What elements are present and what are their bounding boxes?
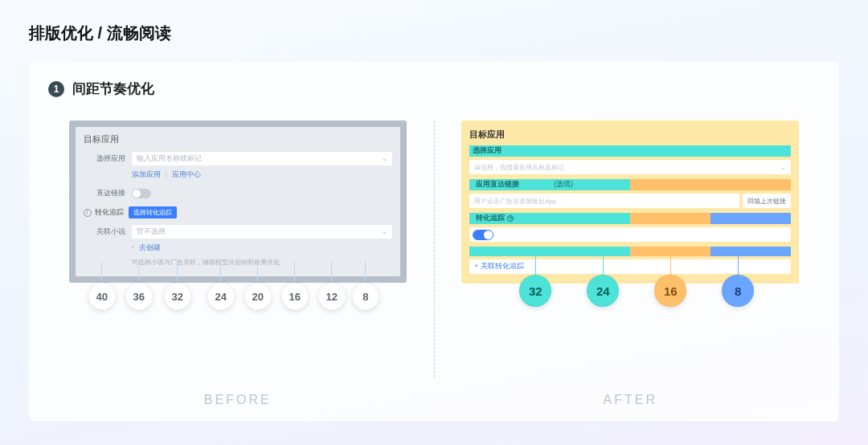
section-header: 1 间距节奏优化 bbox=[48, 80, 820, 98]
spacing-value: 16 bbox=[281, 283, 309, 310]
direct-link-label: 应用直达链接 bbox=[473, 180, 549, 190]
track-toggle[interactable] bbox=[473, 230, 493, 240]
select-app-label: 选择应用 bbox=[84, 153, 125, 164]
after-card-title: 目标应用 bbox=[469, 129, 791, 141]
chevron-down-icon: ⌄ bbox=[382, 228, 387, 235]
select-app-input[interactable]: 输入应用名称或标记 ⌄ bbox=[132, 152, 392, 165]
spacing-value: 32 bbox=[164, 283, 191, 310]
before-card-title: 目标应用 bbox=[84, 133, 392, 145]
add-app-link[interactable]: 添加应用 bbox=[132, 170, 161, 180]
spacing-value: 8 bbox=[352, 283, 379, 310]
spacing-value: 12 bbox=[318, 283, 346, 310]
direct-link-label: 直达链接 bbox=[84, 188, 125, 198]
select-app-input[interactable]: 请选择，或搜索应用名称及标记 ⌄ bbox=[469, 160, 791, 174]
after-panel: 目标应用 选择应用 请选择，或搜索应用名称及标记 ⌄ 应用直达链接(选填) bbox=[461, 120, 799, 284]
page-title: 排版优化 / 流畅阅读 bbox=[29, 22, 839, 44]
assoc-novel-label: 关联小说 bbox=[84, 227, 125, 237]
divider-icon: | bbox=[166, 170, 167, 180]
after-column: 目标应用 选择应用 请选择，或搜索应用名称及标记 ⌄ 应用直达链接(选填) bbox=[441, 120, 821, 406]
section-number-badge: 1 bbox=[48, 81, 64, 97]
revert-link-button[interactable]: 回填上次链接 bbox=[743, 194, 791, 208]
add-track-link[interactable]: + 关联转化追踪 bbox=[469, 259, 791, 274]
app-center-link[interactable]: 应用中心 bbox=[172, 170, 201, 180]
select-app-placeholder: 输入应用名称或标记 bbox=[137, 154, 202, 164]
after-label: AFTER bbox=[441, 393, 821, 407]
section-title: 间距节奏优化 bbox=[72, 80, 154, 98]
select-app-band: 选择应用 bbox=[469, 145, 791, 157]
assoc-novel-note: 可选择小说与广告关联，辅助模型冷启动和效果优化 bbox=[132, 256, 392, 268]
before-panel: 目标应用 选择应用 输入应用名称或标记 ⌄ 添加应用 | 应用中心 bbox=[69, 120, 407, 283]
select-app-placeholder: 请选择，或搜索应用名称及标记 bbox=[474, 163, 564, 172]
direct-link-band: 应用直达链接(选填) bbox=[469, 179, 791, 190]
spacing-value: 36 bbox=[125, 283, 153, 310]
select-track-button[interactable]: 选择转化追踪 bbox=[129, 206, 177, 218]
before-label: BEFORE bbox=[48, 393, 428, 407]
spacing-band bbox=[469, 247, 791, 256]
spacing-value: 40 bbox=[88, 283, 116, 310]
before-column: 目标应用 选择应用 输入应用名称或标记 ⌄ 添加应用 | 应用中心 bbox=[48, 120, 428, 406]
main-card: 1 间距节奏优化 目标应用 选择应用 输入应用名称或标记 ⌄ bbox=[29, 62, 839, 422]
assoc-novel-input[interactable]: 暂不选择 ⌄ bbox=[132, 225, 392, 239]
column-divider bbox=[434, 120, 435, 378]
create-link[interactable]: 去创建 bbox=[139, 243, 161, 253]
info-icon: ? bbox=[507, 215, 514, 222]
direct-link-placeholder: 用户点击广告后直接唤起App bbox=[474, 197, 556, 206]
direct-link-input[interactable]: 用户点击广告后直接唤起App bbox=[469, 194, 739, 208]
spacing-value: 24 bbox=[207, 283, 235, 310]
chevron-down-icon: ⌄ bbox=[382, 155, 387, 162]
track-label: 转化追踪 bbox=[95, 207, 124, 218]
info-icon: ! bbox=[84, 209, 92, 217]
track-label: 转化追踪 bbox=[476, 214, 505, 223]
optional-hint: (选填) bbox=[551, 180, 627, 190]
spacing-value: 20 bbox=[244, 283, 272, 310]
doc-icon: ▫ bbox=[132, 243, 134, 253]
assoc-novel-value: 暂不选择 bbox=[137, 227, 166, 237]
track-band: 转化追踪 ? bbox=[469, 213, 791, 224]
chevron-down-icon: ⌄ bbox=[780, 164, 786, 171]
select-app-label: 选择应用 bbox=[473, 146, 502, 156]
direct-link-toggle[interactable] bbox=[132, 189, 151, 198]
